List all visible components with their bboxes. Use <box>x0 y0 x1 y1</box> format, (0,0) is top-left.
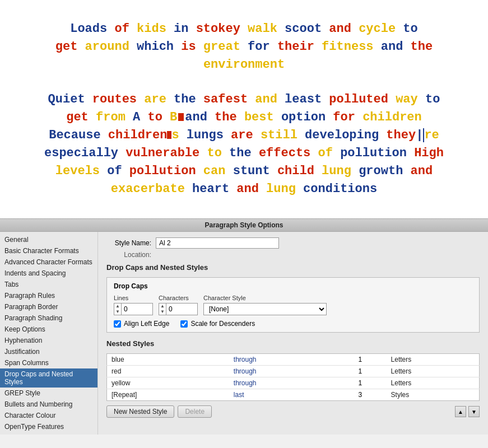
sidebar-item-basic-char[interactable]: Basic Character Formats <box>0 245 97 256</box>
lines-input[interactable] <box>122 304 144 314</box>
characters-input[interactable] <box>166 304 189 314</box>
style-name-input[interactable] <box>156 237 279 249</box>
align-left-checkbox-item[interactable]: Align Left Edge <box>114 320 169 328</box>
chars-arrows[interactable]: ▲ ▼ <box>159 304 166 315</box>
sidebar-item-para-border[interactable]: Paragraph Border <box>0 301 97 312</box>
sidebar-item-advanced-char[interactable]: Advanced Character Formats <box>0 256 97 268</box>
sidebar-item-general[interactable]: General <box>0 234 97 245</box>
nested-unit-blue: Letters <box>387 354 480 366</box>
arrow-buttons: ▲ ▼ <box>455 406 480 417</box>
sidebar-item-para-shading[interactable]: Paragraph Shading <box>0 312 97 324</box>
section-header: Drop Caps and Nested Styles <box>106 263 480 273</box>
char-style-label: Character Style <box>203 295 327 301</box>
bottom-buttons: New Nested Style Delete ▲ ▼ <box>106 405 480 418</box>
drop-caps-title: Drop Caps <box>114 282 472 290</box>
sidebar-item-tabs[interactable]: Tabs <box>0 279 97 290</box>
sidebar-item-indents[interactable]: Indents and Spacing <box>0 268 97 279</box>
align-left-label: Align Left Edge <box>124 320 169 328</box>
new-nested-style-button[interactable]: New Nested Style <box>106 405 174 418</box>
nested-count-repeat: 3 <box>334 389 387 401</box>
characters-field-group: Characters ▲ ▼ <box>159 295 198 315</box>
table-row[interactable]: red through 1 Letters <box>107 366 480 377</box>
scale-desc-checkbox[interactable] <box>180 320 188 328</box>
lines-up-arrow[interactable]: ▲ <box>115 304 120 309</box>
nested-unit-red: Letters <box>387 366 480 377</box>
sidebar-item-para-rules[interactable]: Paragraph Rules <box>0 290 97 301</box>
sidebar-item-char-colour[interactable]: Character Colour <box>0 410 97 421</box>
sidebar: General Basic Character Formats Advanced… <box>0 232 98 435</box>
paragraph-style-dialog: Paragraph Style Options General Basic Ch… <box>0 218 488 435</box>
chars-up-arrow[interactable]: ▲ <box>160 304 165 309</box>
nested-count-blue: 1 <box>334 354 387 366</box>
drop-caps-fields: Lines ▲ ▼ Characters <box>114 295 472 315</box>
style-name-label: Style Name: <box>106 239 151 247</box>
nested-count-red: 1 <box>334 366 387 377</box>
lines-spinner[interactable]: ▲ ▼ <box>114 303 153 315</box>
nested-styles-section: Nested Styles blue through 1 Letters red… <box>106 339 480 418</box>
nested-connector-yellow: through <box>229 377 334 389</box>
sidebar-item-bullets[interactable]: Bullets and Numbering <box>0 399 97 410</box>
nested-style-name-repeat: [Repeat] <box>107 389 229 401</box>
dialog-body: General Basic Character Formats Advanced… <box>0 232 488 435</box>
nested-style-name-blue: blue <box>107 354 229 366</box>
nested-unit-yellow: Letters <box>387 377 480 389</box>
move-up-button[interactable]: ▲ <box>455 406 466 417</box>
dialog-title: Paragraph Style Options <box>0 219 488 232</box>
text-preview: Loads of kids in stokey walk scoot and c… <box>0 0 488 218</box>
table-row[interactable]: [Repeat] last 3 Styles <box>107 389 480 401</box>
table-row[interactable]: blue through 1 Letters <box>107 354 480 366</box>
left-buttons: New Nested Style Delete <box>106 405 212 418</box>
sidebar-item-justification[interactable]: Justification <box>0 346 97 357</box>
location-label: Location: <box>106 251 151 259</box>
nested-connector-red: through <box>229 366 334 377</box>
drop-caps-box: Drop Caps Lines ▲ ▼ Characters <box>106 277 480 333</box>
preview-paragraph-2: Quiet routes are the safest and least po… <box>17 91 471 198</box>
align-left-checkbox[interactable] <box>114 320 121 328</box>
table-row[interactable]: yellow through 1 Letters <box>107 377 480 389</box>
lines-arrows[interactable]: ▲ ▼ <box>114 304 122 315</box>
delete-button[interactable]: Delete <box>178 405 212 418</box>
nested-styles-table: blue through 1 Letters red through 1 Let… <box>106 353 480 401</box>
nested-style-name-yellow: yellow <box>107 377 229 389</box>
characters-spinner[interactable]: ▲ ▼ <box>159 303 198 315</box>
char-style-field-group: Character Style [None] <box>203 295 327 315</box>
scale-desc-label: Scale for Descenders <box>190 320 255 328</box>
chars-down-arrow[interactable]: ▼ <box>160 309 165 315</box>
nested-styles-header: Nested Styles <box>106 339 480 349</box>
sidebar-item-span-columns[interactable]: Span Columns <box>0 357 97 368</box>
checkboxes-row: Align Left Edge Scale for Descenders <box>114 320 472 328</box>
main-content: Style Name: Location: Drop Caps and Nest… <box>98 232 488 435</box>
char-style-select[interactable]: [None] <box>203 303 327 315</box>
sidebar-item-hyphenation[interactable]: Hyphenation <box>0 335 97 346</box>
nested-connector-blue: through <box>229 354 334 366</box>
nested-count-yellow: 1 <box>334 377 387 389</box>
lines-label: Lines <box>114 295 153 301</box>
lines-field-group: Lines ▲ ▼ <box>114 295 153 315</box>
nested-connector-repeat: last <box>229 389 334 401</box>
sidebar-item-drop-caps[interactable]: Drop Caps and Nested Styles <box>0 368 97 388</box>
nested-unit-repeat: Styles <box>387 389 480 401</box>
sidebar-item-grep[interactable]: GREP Style <box>0 388 97 399</box>
move-down-button[interactable]: ▼ <box>468 406 480 417</box>
scale-desc-checkbox-item[interactable]: Scale for Descenders <box>180 320 255 328</box>
sidebar-item-opentype[interactable]: OpenType Features <box>0 421 97 432</box>
style-name-row: Style Name: <box>106 237 480 249</box>
sidebar-item-keep-options[interactable]: Keep Options <box>0 324 97 335</box>
lines-down-arrow[interactable]: ▼ <box>115 309 120 315</box>
preview-paragraph-1: Loads of kids in stokey walk scoot and c… <box>17 20 471 74</box>
location-row: Location: <box>106 251 480 259</box>
characters-label: Characters <box>159 295 198 301</box>
nested-style-name-red: red <box>107 366 229 377</box>
